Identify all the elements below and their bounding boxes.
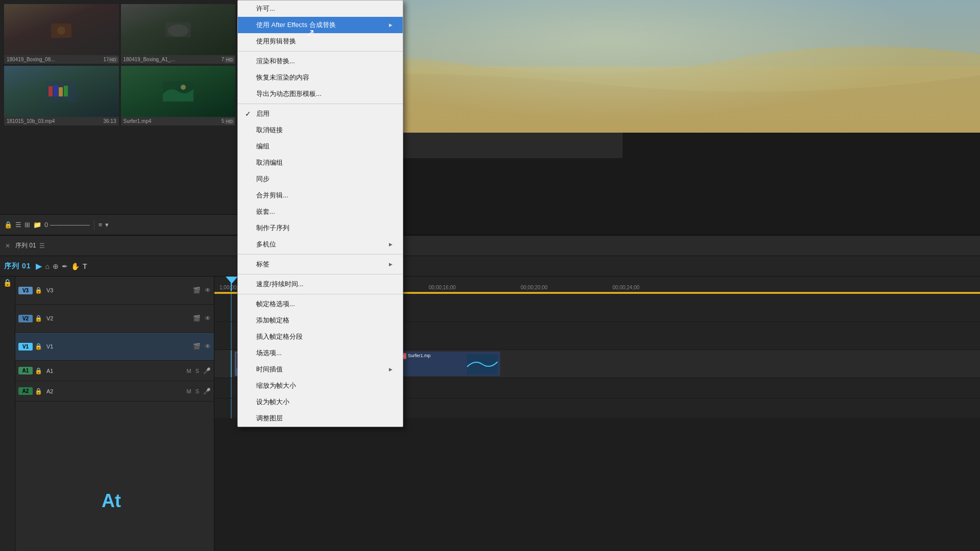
counter-label: 0 —————— — [44, 221, 90, 229]
list-icon[interactable]: ☰ — [15, 221, 21, 229]
lock-track-icon[interactable]: 🔒 — [3, 279, 12, 287]
folder-icon[interactable]: 📁 — [33, 221, 41, 229]
media-badge-1: HD — [108, 57, 118, 63]
menu-item-scaleframe[interactable]: 缩放为帧大小 — [238, 378, 403, 394]
solo-icon-a1[interactable]: S — [195, 368, 199, 374]
sequence-menu-icon[interactable]: ☰ — [39, 242, 45, 249]
menu-item-addframehold-label: 添加帧定格 — [256, 316, 393, 325]
menu-item-label[interactable]: 标签 ▶ — [238, 256, 403, 272]
menu-item-use-ae[interactable]: 使用 After Effects 合成替换 ▶ — [238, 17, 403, 33]
menu-item-unlink[interactable]: 取消链接 — [238, 122, 403, 138]
lock-icon-a2[interactable]: 🔒 — [35, 388, 42, 395]
ruler-mark-16: 00;00;16;00 — [429, 285, 456, 290]
menu-item-timeinterp[interactable]: 时间插值 ▶ — [238, 361, 403, 378]
menu-item-framehold[interactable]: 帧定格选项... — [238, 296, 403, 312]
pen-tool-icon[interactable]: ✒ — [62, 262, 68, 270]
lock-icon-v3[interactable]: 🔒 — [35, 287, 42, 294]
menu-item-render-replace[interactable]: 渲染和替换... — [238, 53, 403, 69]
checkmark-enable: ✓ — [245, 110, 251, 118]
menu-item-merge-label: 合并剪辑... — [256, 191, 393, 200]
mic-icon-a2[interactable]: 🎤 — [203, 388, 211, 395]
menu-item-nest[interactable]: 嵌套... — [238, 204, 403, 220]
svg-rect-7 — [59, 87, 63, 96]
media-item-3[interactable]: 181015_10b_03.mp4 36:13 — [4, 66, 119, 126]
eye-icon-v1[interactable]: 👁 — [205, 343, 211, 350]
media-duration-3: 36:13 — [103, 118, 116, 124]
clip-name-surfer1: Surfer1.mp — [408, 353, 431, 358]
lock-icon: 🔒 — [4, 221, 12, 229]
media-info-3: 181015_10b_03.mp4 36:13 — [4, 117, 119, 126]
menu-item-enable[interactable]: ✓ 启用 — [238, 106, 403, 122]
menu-item-restore[interactable]: 恢复未渲染的内容 — [238, 69, 403, 86]
menu-item-label-label: 标签 — [256, 260, 389, 269]
eye-icon-v3[interactable]: 👁 — [205, 287, 211, 294]
left-tool-strip: 🔒 — [0, 277, 15, 551]
media-info-2: 180419_Boxing_A1_... 7:5... — [121, 55, 236, 64]
mute-icon-a2[interactable]: M — [186, 388, 191, 394]
timeline-controls: 序列 01 ▶ ⌂ ⊕ ✒ ✋ T — [0, 256, 980, 277]
dropdown-icon[interactable]: ▾ — [105, 221, 109, 229]
timeline-close-btn[interactable]: ✕ — [5, 242, 10, 249]
separator-3 — [238, 254, 403, 255]
playhead-a1 — [231, 378, 232, 398]
menu-item-multicam[interactable]: 多机位 ▶ — [238, 236, 403, 253]
track-name-a1: A1 — [46, 368, 53, 374]
menu-item-subsequence[interactable]: 制作子序列 — [238, 220, 403, 236]
film-icon-v1[interactable]: 🎬 — [193, 343, 201, 350]
menu-item-use-ae-label: 使用 After Effects 合成替换 — [256, 20, 389, 30]
text-tool-icon[interactable]: T — [83, 262, 87, 270]
separator-5 — [238, 294, 403, 294]
media-info-1: 180419_Boxing_08... 17:08 — [4, 55, 119, 64]
hand-tool-icon[interactable]: ✋ — [71, 262, 80, 270]
menu-item-export[interactable]: 导出为动态图形模板... — [238, 86, 403, 102]
menu-item-setframe[interactable]: 设为帧大小 — [238, 394, 403, 410]
slip-tool-icon[interactable]: ⊕ — [53, 262, 59, 270]
menu-item-merge[interactable]: 合并剪辑... — [238, 187, 403, 204]
menu-item-addframehold[interactable]: 添加帧定格 — [238, 312, 403, 329]
lock-icon-v2[interactable]: 🔒 — [35, 315, 42, 322]
menu-item-permit[interactable]: 许可... — [238, 1, 403, 17]
at-indicator: At — [102, 490, 121, 512]
media-item-2[interactable]: HD 180419_Boxing_A1_... 7:5... — [121, 4, 236, 64]
menu-item-speed-label: 速度/持续时间... — [256, 280, 393, 289]
playhead-v1 — [231, 350, 232, 378]
media-item-4[interactable]: HD Surfer1.mp4 5:2... — [121, 66, 236, 126]
grid-icon[interactable]: ⊞ — [24, 221, 30, 229]
eye-icon-v2[interactable]: 👁 — [205, 315, 211, 322]
lock-icon-a1[interactable]: 🔒 — [35, 367, 42, 374]
menu-item-insertframehold[interactable]: 插入帧定格分段 — [238, 329, 403, 345]
svg-point-1 — [57, 27, 65, 35]
menu-item-adjustlayer[interactable]: 调整图层 — [238, 410, 403, 427]
menu-item-sync[interactable]: 同步 — [238, 171, 403, 187]
menu-item-field[interactable]: 场选项... — [238, 345, 403, 361]
menu-item-group[interactable]: 编组 — [238, 138, 403, 155]
menu-icon[interactable]: ≡ — [99, 221, 103, 229]
razor-tool-icon[interactable]: ⌂ — [45, 262, 49, 270]
toolbar-sep-1 — [94, 220, 94, 230]
media-badge-2: HD — [225, 57, 234, 63]
mute-icon-a1[interactable]: M — [186, 368, 191, 374]
media-toolbar: 🔒 ☰ ⊞ 📁 0 —————— ≡ ▾ — [0, 214, 240, 235]
menu-item-use-edit[interactable]: 使用剪辑替换 — [238, 33, 403, 49]
lock-icon-v1[interactable]: 🔒 — [35, 343, 42, 350]
film-icon-v2[interactable]: 🎬 — [193, 315, 201, 322]
track-name-a2: A2 — [46, 388, 53, 394]
track-name-v1: V1 — [46, 343, 53, 349]
mic-icon-a1[interactable]: 🎤 — [203, 367, 211, 374]
menu-item-restore-label: 恢复未渲染的内容 — [256, 73, 393, 82]
timeline-panel: ✕ 序列 01 ☰ 序列 01 ▶ ⌂ ⊕ ✒ ✋ T 🔒 V3 🔒 — [0, 235, 980, 551]
menu-item-use-edit-label: 使用剪辑替换 — [256, 37, 393, 46]
menu-item-insertframehold-label: 插入帧定格分段 — [256, 332, 393, 341]
media-item-1[interactable]: HD 180419_Boxing_08... 17:08 — [4, 4, 119, 64]
solo-icon-a2[interactable]: S — [195, 388, 199, 394]
svg-rect-5 — [48, 86, 53, 96]
timeline-tab: 序列 01 ☰ — [15, 241, 45, 250]
select-tool-icon[interactable]: ▶ — [36, 261, 42, 271]
menu-item-ungroup[interactable]: 取消编组 — [238, 155, 403, 171]
menu-item-export-label: 导出为动态图形模板... — [256, 89, 393, 98]
menu-item-setframe-label: 设为帧大小 — [256, 397, 393, 407]
clip-surfer1[interactable]: fx Surfer1.mp — [398, 352, 500, 376]
menu-item-speed[interactable]: 速度/持续时间... — [238, 276, 403, 292]
film-icon-v3[interactable]: 🎬 — [193, 287, 201, 294]
playhead-a2 — [231, 398, 232, 418]
